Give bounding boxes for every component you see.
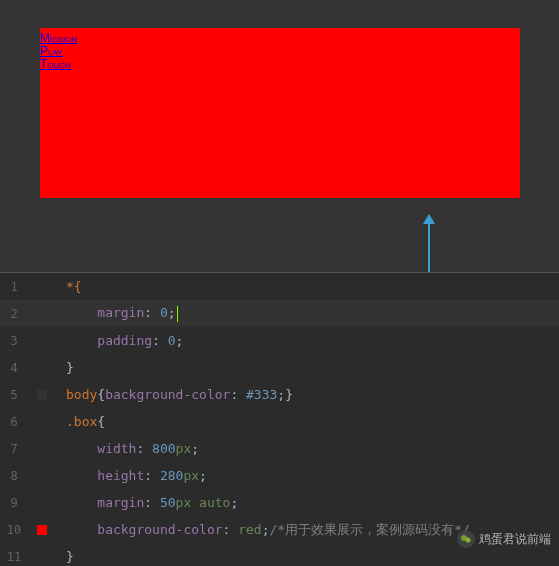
code-line[interactable]: 7 width: 800px; xyxy=(0,435,559,462)
gutter-marker xyxy=(28,390,56,400)
line-number: 9 xyxy=(0,496,28,510)
line-number: 1 xyxy=(0,280,28,294)
svg-point-1 xyxy=(466,538,471,543)
line-number: 5 xyxy=(0,388,28,402)
watermark: 鸡蛋君说前端 xyxy=(457,530,551,548)
link-touch[interactable]: Touch xyxy=(40,58,520,71)
gutter-marker xyxy=(28,525,56,535)
code-content[interactable]: body{background-color: #333;} xyxy=(66,387,293,402)
code-line[interactable]: 5body{background-color: #333;} xyxy=(0,381,559,408)
color-swatch-icon xyxy=(37,525,47,535)
line-number: 8 xyxy=(0,469,28,483)
code-content[interactable]: margin: 50px auto; xyxy=(66,495,238,510)
code-editor[interactable]: 1*{2 margin: 0;3 padding: 0;4}5body{back… xyxy=(0,272,559,566)
code-content[interactable]: } xyxy=(66,549,74,564)
color-swatch-icon xyxy=(37,390,47,400)
link-mission[interactable]: Mission xyxy=(40,32,520,45)
line-number: 7 xyxy=(0,442,28,456)
code-line[interactable]: 6.box{ xyxy=(0,408,559,435)
watermark-text: 鸡蛋君说前端 xyxy=(479,531,551,548)
line-number: 10 xyxy=(0,523,28,537)
line-number: 2 xyxy=(0,307,28,321)
code-line[interactable]: 9 margin: 50px auto; xyxy=(0,489,559,516)
code-content[interactable]: } xyxy=(66,360,74,375)
code-content[interactable]: background-color: red;/*用于效果展示，案例源码没有*/ xyxy=(66,521,470,539)
code-line[interactable]: 4} xyxy=(0,354,559,381)
code-line[interactable]: 3 padding: 0; xyxy=(0,327,559,354)
code-content[interactable]: width: 800px; xyxy=(66,441,199,456)
preview-pane: Mission Play Touch xyxy=(0,0,559,218)
code-content[interactable]: .box{ xyxy=(66,414,105,429)
code-content[interactable]: *{ xyxy=(66,279,82,294)
line-number: 11 xyxy=(0,550,28,564)
line-number: 6 xyxy=(0,415,28,429)
code-line[interactable]: 2 margin: 0; xyxy=(0,300,559,327)
line-number: 4 xyxy=(0,361,28,375)
code-content[interactable]: height: 280px; xyxy=(66,468,207,483)
link-play[interactable]: Play xyxy=(40,45,520,58)
wechat-icon xyxy=(457,530,475,548)
text-cursor xyxy=(177,306,178,322)
code-line[interactable]: 8 height: 280px; xyxy=(0,462,559,489)
code-line[interactable]: 1*{ xyxy=(0,273,559,300)
line-number: 3 xyxy=(0,334,28,348)
code-content[interactable]: margin: 0; xyxy=(66,305,178,322)
red-box: Mission Play Touch xyxy=(40,28,520,198)
code-content[interactable]: padding: 0; xyxy=(66,333,183,348)
